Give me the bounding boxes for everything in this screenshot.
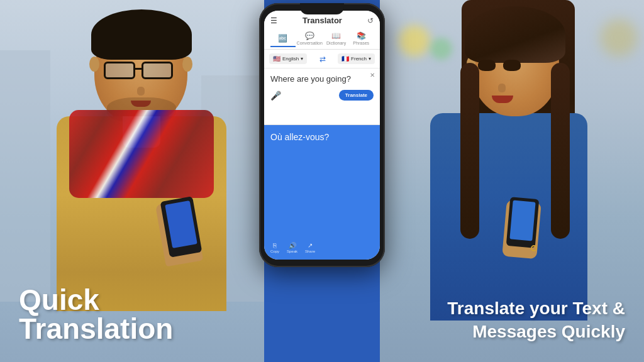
clear-input-button[interactable]: ✕ [370, 72, 375, 79]
phone-screen: ☰ Translator ↺ 🔤 💬 Conversation 📖 [264, 11, 380, 260]
translate-button[interactable]: Translate [339, 90, 374, 101]
share-icon: ↗ [308, 242, 313, 249]
dictionary-tab-icon: 📖 [331, 31, 341, 40]
input-section: ✕ Where are you going? 🎤 Translate [264, 69, 380, 125]
copy-icon: ⎘ [273, 242, 277, 249]
phrases-tab-label: Phrases [353, 41, 369, 45]
app-title: Translator [303, 16, 342, 25]
source-language-button[interactable]: 🇺🇸 English ▾ [269, 53, 307, 64]
input-text[interactable]: Where are you going? [270, 74, 374, 85]
phone-notch [300, 3, 344, 14]
app-tabs: 🔤 💬 Conversation 📖 Dictionary 📚 Phrases [270, 29, 374, 49]
speak-label: Speak [287, 250, 297, 253]
source-flag: 🇺🇸 [273, 55, 280, 62]
app-header: ☰ Translator ↺ 🔤 💬 Conversation 📖 [264, 11, 380, 50]
translate-tab-icon: 🔤 [278, 34, 287, 43]
phone-frame: ☰ Translator ↺ 🔤 💬 Conversation 📖 [259, 3, 385, 267]
target-language-button[interactable]: 🇫🇷 French ▾ [338, 53, 375, 64]
tab-phrases[interactable]: 📚 Phrases [348, 29, 374, 49]
share-control[interactable]: ↗ Share [305, 242, 315, 253]
output-controls: ⎘ Copy 🔊 Speak ↗ Share [270, 242, 374, 253]
swap-languages-icon[interactable]: ⇄ [319, 55, 326, 63]
target-dropdown-icon: ▾ [369, 56, 371, 62]
menu-icon[interactable]: ☰ [270, 16, 277, 25]
target-language-label: French [351, 56, 367, 62]
tab-conversation[interactable]: 💬 Conversation [296, 29, 324, 49]
tab-dictionary[interactable]: 📖 Dictionary [324, 29, 349, 49]
tab-translate[interactable]: 🔤 [270, 31, 296, 47]
source-language-label: English [282, 56, 299, 62]
target-flag: 🇫🇷 [341, 55, 349, 62]
input-controls: 🎤 Translate [270, 90, 374, 101]
speak-control[interactable]: 🔊 Speak [287, 242, 297, 253]
conversation-tab-icon: 💬 [305, 31, 314, 40]
tagline-right-heading: Translate your Text &Messages Quickly [447, 297, 625, 343]
output-text: Où allez-vous? [270, 131, 374, 144]
source-dropdown-icon: ▾ [301, 56, 303, 62]
translation-area: ✕ Where are you going? 🎤 Translate Où al… [264, 69, 380, 260]
phone-mockup: ☰ Translator ↺ 🔤 💬 Conversation 📖 [259, 3, 385, 267]
share-label: Share [305, 250, 315, 253]
tagline-left: Quick Translation [19, 285, 173, 343]
tagline-right: Translate your Text &Messages Quickly [447, 297, 625, 343]
conversation-tab-label: Conversation [297, 41, 323, 45]
history-icon[interactable]: ↺ [367, 16, 374, 25]
microphone-icon[interactable]: 🎤 [270, 90, 281, 101]
copy-label: Copy [270, 250, 279, 253]
app-title-row: ☰ Translator ↺ [270, 16, 374, 25]
tagline-left-heading: Quick Translation [19, 285, 173, 343]
dictionary-tab-label: Dictionary [326, 41, 346, 45]
speak-icon: 🔊 [289, 242, 296, 249]
output-section: Où allez-vous? ⎘ Copy 🔊 Speak ↗ Share [264, 125, 380, 260]
phrases-tab-icon: 📚 [357, 31, 366, 40]
language-selector-row: 🇺🇸 English ▾ ⇄ 🇫🇷 French ▾ [264, 50, 380, 69]
copy-control[interactable]: ⎘ Copy [270, 242, 279, 253]
